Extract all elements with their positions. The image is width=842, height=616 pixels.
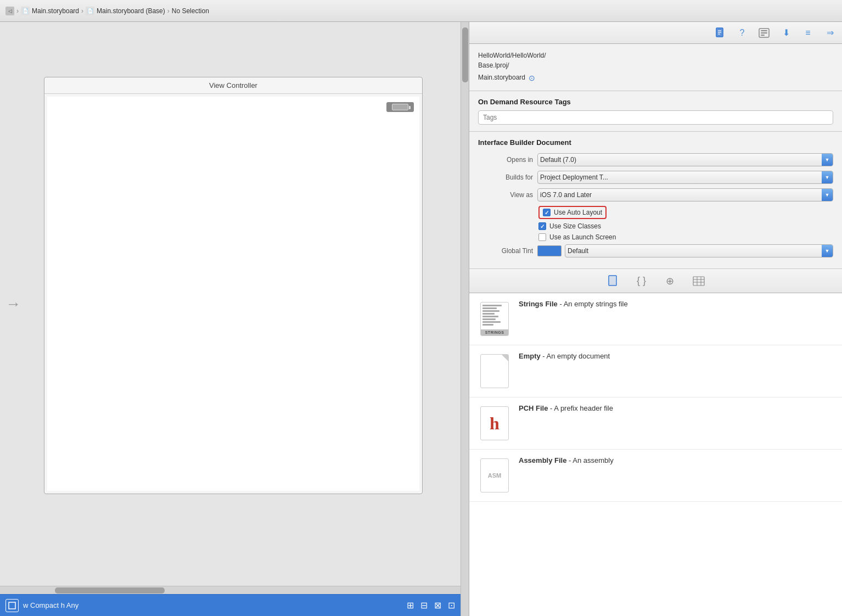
size-classes-checkbox[interactable] [538, 222, 546, 230]
breadcrumb-item-1[interactable]: Main.storyboard [32, 7, 79, 15]
v-scrollbar-thumb[interactable] [462, 27, 468, 82]
segue-arrow: → [5, 295, 21, 313]
global-tint-value: Default [565, 247, 822, 255]
list-item[interactable]: Empty - An empty document [469, 345, 842, 397]
asm-thumb-container: ASM [478, 456, 511, 495]
resize-icon[interactable]: ⊠ [434, 600, 441, 611]
pch-thumb-container: h [478, 404, 511, 443]
tags-input[interactable] [478, 110, 833, 125]
tab-file-icon[interactable] [605, 273, 621, 289]
list-item[interactable]: ASM Assembly File - An assembly [469, 450, 842, 502]
grid-icon[interactable]: ⊞ [407, 600, 414, 611]
help-icon[interactable]: ? [736, 26, 749, 40]
strings-badge: STRINGS [481, 329, 508, 335]
asm-name-separator: - An assembly [569, 456, 614, 464]
opens-in-row: Opens in Default (7.0) ▼ [478, 153, 833, 166]
storyboard-icon-2: 📄 [86, 7, 94, 15]
canvas-area: → View Controller [0, 22, 461, 616]
auto-layout-checkbox[interactable] [543, 209, 551, 216]
global-tint-select[interactable]: Default ▼ [565, 244, 833, 257]
view-controller-box[interactable]: View Controller [44, 77, 423, 494]
vc-screen[interactable] [47, 97, 419, 491]
strings-file-name: Strings File - An empty strings file [519, 300, 833, 308]
pch-file-thumbnail: h [480, 406, 509, 440]
horizontal-scrollbar[interactable] [0, 586, 461, 594]
view-as-select[interactable]: iOS 7.0 and Later ▼ [537, 188, 833, 201]
breadcrumb-item-3: No Selection [172, 7, 209, 15]
tab-circle-icon[interactable]: ⊕ [663, 273, 678, 289]
vc-title-bar: View Controller [44, 77, 422, 94]
status-bar-indicator [386, 102, 414, 112]
right-panel: ? ⬇ ≡ ⇒ HelloWorld/HelloWorld/ Base.lpro… [469, 22, 842, 616]
download-icon[interactable]: ⬇ [779, 26, 793, 40]
global-tint-row: Global Tint Default ▼ [478, 244, 833, 257]
file-path-line1: HelloWorld/HelloWorld/ [478, 51, 833, 60]
vc-title: View Controller [209, 81, 257, 89]
file-inspector-icon[interactable] [714, 26, 727, 40]
main-area: → View Controller [0, 22, 842, 616]
file-path-line2: Base.lproj/ [478, 60, 833, 70]
size-classes-label: Use Size Classes [549, 222, 601, 230]
strings-file-thumbnail: STRINGS [480, 302, 509, 336]
battery-icon [392, 104, 408, 110]
constraints-icon[interactable]: ⊡ [448, 600, 455, 611]
launch-screen-label: Use as Launch Screen [549, 233, 616, 241]
opens-in-arrow: ▼ [822, 153, 833, 166]
status-bar-left: w Compact h Any [5, 599, 78, 612]
list-item[interactable]: h PCH File - A prefix header file [469, 397, 842, 450]
builds-for-row: Builds for Project Deployment T... ▼ [478, 171, 833, 184]
empty-thumb-container [478, 352, 511, 390]
asm-name-bold: Assembly File [519, 456, 566, 464]
svg-rect-8 [761, 32, 767, 33]
tint-color-swatch[interactable] [537, 245, 562, 256]
breadcrumb-item-2[interactable]: Main.storyboard (Base) [97, 7, 165, 15]
quick-help-icon[interactable] [757, 26, 771, 40]
file-template-list: STRINGS Strings File - An empty strings … [469, 293, 842, 616]
lower-right-panel: { } ⊕ [469, 269, 842, 616]
navigate-icon[interactable]: ⊙ [529, 72, 535, 84]
h-scrollbar-thumb[interactable] [55, 587, 165, 593]
file-path-section: HelloWorld/HelloWorld/ Base.lproj/ Main.… [469, 44, 842, 91]
builds-for-value: Project Deployment T... [538, 173, 822, 181]
vertical-scrollbar[interactable] [461, 22, 469, 616]
back-icon[interactable]: ◁ [5, 7, 14, 15]
asm-file-info: Assembly File - An assembly [519, 456, 833, 464]
tab-table-icon[interactable] [691, 273, 706, 289]
canvas-content[interactable]: → View Controller [0, 22, 461, 586]
align-icon[interactable]: ⊟ [420, 600, 428, 611]
size-classes-row: Use Size Classes [478, 222, 833, 230]
empty-file-info: Empty - An empty document [519, 352, 833, 360]
launch-screen-checkbox[interactable] [538, 233, 546, 241]
launch-screen-row: Use as Launch Screen [478, 233, 833, 241]
opens-in-select[interactable]: Default (7.0) ▼ [537, 153, 833, 166]
view-as-arrow: ▼ [822, 188, 833, 201]
size-classes-item: Use Size Classes [538, 222, 601, 230]
opens-in-value: Default (7.0) [538, 156, 822, 164]
pch-name-separator: - A prefix header file [550, 404, 613, 412]
view-as-row: View as iOS 7.0 and Later ▼ [478, 188, 833, 201]
opens-in-label: Opens in [478, 156, 533, 164]
forward-icon[interactable]: ⇒ [823, 26, 837, 40]
tab-braces-icon[interactable]: { } [634, 273, 649, 289]
ib-section-title: Interface Builder Document [478, 138, 833, 147]
pch-file-info: PCH File - A prefix header file [519, 404, 833, 412]
view-as-value: iOS 7.0 and Later [538, 191, 822, 199]
builds-for-select[interactable]: Project Deployment T... ▼ [537, 171, 833, 184]
svg-rect-9 [761, 35, 765, 36]
svg-rect-12 [693, 277, 704, 285]
square-svg [8, 602, 16, 609]
builds-for-label: Builds for [478, 173, 533, 181]
auto-layout-row: Use Auto Layout [478, 206, 833, 219]
strings-thumb-container: STRINGS [478, 300, 511, 338]
ib-document-section: Interface Builder Document Opens in Defa… [469, 132, 842, 269]
svg-rect-10 [609, 276, 616, 285]
strings-file-info: Strings File - An empty strings file [519, 300, 833, 308]
strings-name-separator: - An empty strings file [559, 300, 627, 308]
list-icon[interactable]: ≡ [801, 26, 815, 40]
list-item[interactable]: STRINGS Strings File - An empty strings … [469, 293, 842, 345]
square-icon[interactable] [5, 599, 19, 612]
right-toolbar: ? ⬇ ≡ ⇒ [469, 22, 842, 44]
storyboard-icon-1: 📄 [21, 7, 30, 15]
lower-tabs: { } ⊕ [469, 269, 842, 293]
empty-name-bold: Empty [519, 352, 541, 360]
